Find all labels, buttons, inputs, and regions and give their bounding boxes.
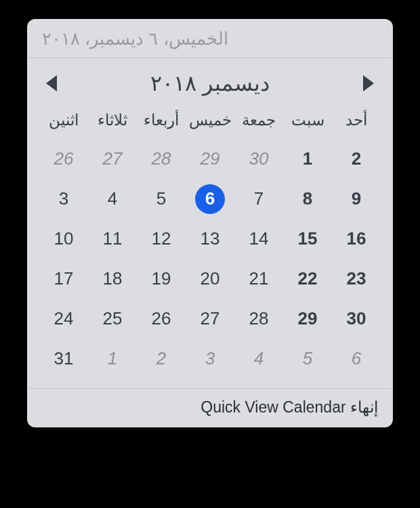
day-number: 27: [103, 148, 123, 169]
next-month-icon[interactable]: [363, 75, 374, 91]
quit-menu-item[interactable]: إنهاء Quick View Calendar: [42, 398, 378, 417]
day-cell[interactable]: 23: [332, 260, 381, 297]
day-cell[interactable]: 26: [137, 300, 186, 337]
day-number: 10: [54, 228, 74, 249]
day-number: 1: [303, 148, 312, 169]
weekday-label: سبت: [283, 106, 332, 135]
day-cell[interactable]: 22: [283, 260, 332, 297]
day-cell[interactable]: 9: [332, 180, 381, 217]
weekday-label: خميس: [186, 106, 234, 135]
days-grid: 2627282930123456789101112131415161718192…: [39, 140, 381, 377]
day-number: 25: [103, 308, 123, 329]
day-number: 18: [103, 268, 123, 289]
day-cell[interactable]: 25: [88, 300, 137, 337]
day-cell[interactable]: 2: [332, 140, 381, 177]
day-cell[interactable]: 10: [39, 220, 88, 257]
day-number: 30: [249, 148, 269, 169]
day-cell[interactable]: 1: [283, 140, 332, 177]
day-cell[interactable]: 16: [332, 220, 381, 257]
day-number: 21: [249, 268, 269, 289]
calendar-widget: الخميس، ٦ ديسمبر، ٢٠١٨ ديسمبر ٢٠١٨ اثنين…: [27, 19, 393, 427]
weekday-label: أربعاء: [137, 106, 186, 135]
day-cell[interactable]: 29: [283, 300, 332, 337]
day-cell[interactable]: 3: [186, 340, 234, 377]
day-number: 11: [103, 228, 123, 249]
weekday-row: اثنين ثلاثاء أربعاء خميس جمعة سبت أحد: [39, 106, 381, 135]
day-number: 29: [298, 308, 318, 329]
weekday-label: جمعة: [234, 106, 283, 135]
prev-month-icon[interactable]: [46, 75, 57, 91]
day-cell[interactable]: 26: [39, 140, 88, 177]
day-cell[interactable]: 14: [234, 220, 283, 257]
day-cell[interactable]: 31: [39, 340, 88, 377]
day-number: 30: [347, 308, 366, 329]
calendar-footer: إنهاء Quick View Calendar: [27, 388, 393, 427]
day-cell[interactable]: 17: [39, 260, 88, 297]
month-year-label: ديسمبر ٢٠١٨: [150, 70, 270, 96]
day-number: 24: [54, 308, 74, 329]
day-number: 5: [303, 348, 312, 368]
day-number: 1: [108, 348, 117, 368]
day-cell[interactable]: 11: [88, 220, 137, 257]
weekday-label: ثلاثاء: [88, 106, 137, 135]
day-number: 3: [205, 348, 215, 368]
day-number: 28: [152, 148, 171, 169]
day-number: 4: [254, 348, 264, 368]
day-cell[interactable]: 6: [332, 340, 381, 377]
day-cell[interactable]: 8: [283, 180, 332, 217]
day-cell[interactable]: 20: [186, 260, 234, 297]
day-cell[interactable]: 27: [88, 140, 137, 177]
day-number: 17: [54, 268, 74, 289]
day-cell[interactable]: 27: [186, 300, 234, 337]
day-number: 9: [352, 188, 361, 209]
day-number: 27: [201, 308, 220, 329]
day-cell-today[interactable]: 6: [186, 180, 234, 217]
day-number: 7: [254, 188, 264, 209]
month-navigation: ديسمبر ٢٠١٨: [27, 58, 393, 102]
day-number: 6: [205, 188, 215, 209]
weekday-label: أحد: [332, 106, 381, 135]
day-number: 19: [152, 268, 171, 289]
day-cell[interactable]: 28: [234, 300, 283, 337]
weekday-label: اثنين: [39, 106, 88, 135]
day-cell[interactable]: 13: [186, 220, 234, 257]
day-number: 12: [152, 228, 171, 249]
day-cell[interactable]: 5: [137, 180, 186, 217]
day-cell[interactable]: 5: [283, 340, 332, 377]
day-cell[interactable]: 3: [39, 180, 88, 217]
day-number: 6: [352, 348, 361, 368]
day-number: 26: [152, 308, 171, 329]
day-cell[interactable]: 7: [234, 180, 283, 217]
day-cell[interactable]: 28: [137, 140, 186, 177]
day-cell[interactable]: 21: [234, 260, 283, 297]
day-cell[interactable]: 29: [186, 140, 234, 177]
current-date-label: الخميس، ٦ ديسمبر، ٢٠١٨: [42, 28, 378, 49]
calendar-header: الخميس، ٦ ديسمبر، ٢٠١٨: [27, 19, 393, 58]
day-cell[interactable]: 12: [137, 220, 186, 257]
day-cell[interactable]: 19: [137, 260, 186, 297]
day-number: 22: [298, 268, 318, 289]
day-number: 20: [201, 268, 220, 289]
day-cell[interactable]: 1: [88, 340, 137, 377]
day-cell[interactable]: 15: [283, 220, 332, 257]
day-number: 28: [249, 308, 269, 329]
day-number: 16: [347, 228, 366, 249]
day-number: 3: [59, 188, 68, 209]
day-number: 29: [201, 148, 220, 169]
day-number: 31: [54, 348, 74, 368]
day-cell[interactable]: 2: [137, 340, 186, 377]
day-cell[interactable]: 4: [234, 340, 283, 377]
day-cell[interactable]: 24: [39, 300, 88, 337]
day-number: 14: [249, 228, 269, 249]
day-cell[interactable]: 4: [88, 180, 137, 217]
day-number: 2: [352, 148, 361, 169]
day-cell[interactable]: 18: [88, 260, 137, 297]
day-number: 23: [347, 268, 366, 289]
day-number: 2: [156, 348, 166, 368]
day-cell[interactable]: 30: [234, 140, 283, 177]
calendar-grid: اثنين ثلاثاء أربعاء خميس جمعة سبت أحد 26…: [27, 102, 393, 388]
day-cell[interactable]: 30: [332, 300, 381, 337]
day-number: 13: [201, 228, 220, 249]
day-number: 15: [298, 228, 318, 249]
day-number: 4: [108, 188, 117, 209]
